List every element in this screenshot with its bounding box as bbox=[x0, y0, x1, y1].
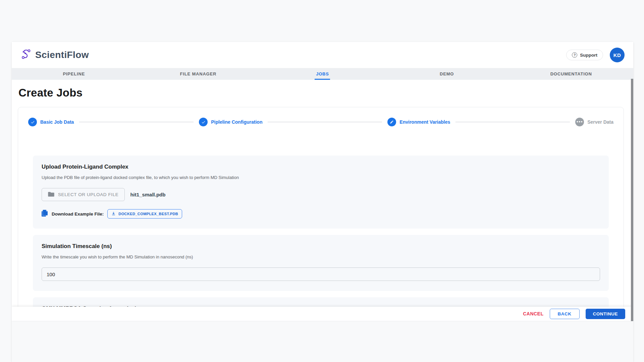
app-header: ScientiFlow ? Support KD bbox=[12, 42, 633, 68]
download-row: Download Example File: DOCKED_COMPLEX_BE… bbox=[42, 209, 600, 219]
step-label: Environment Variables bbox=[399, 119, 450, 125]
step-label: Basic Job Data bbox=[40, 119, 74, 125]
select-or-upload-file-button[interactable]: SELECT OR UPLOAD FILE bbox=[42, 188, 125, 201]
simulation-timescale-section: Simulation Timescale (ns) Write the time… bbox=[33, 235, 609, 291]
step-pipeline-configuration[interactable]: Pipleline Configuration bbox=[199, 118, 262, 126]
check-icon bbox=[199, 118, 208, 126]
nav-tab-documentation[interactable]: DOCUMENTATION bbox=[509, 68, 633, 80]
page-title: Create Jobs bbox=[18, 86, 633, 99]
nav-tab-jobs[interactable]: JOBS bbox=[260, 68, 385, 80]
step-server-data[interactable]: ●●● Server Data bbox=[575, 118, 613, 126]
step-label: Pipleline Configuration bbox=[211, 119, 262, 125]
section-heading: Upload Protein-Ligand Complex bbox=[42, 164, 600, 170]
pencil-icon bbox=[387, 118, 396, 126]
step-basic-job-data[interactable]: Basic Job Data bbox=[28, 118, 74, 126]
header-right: ? Support KD bbox=[566, 48, 625, 62]
scrollbar-thumb[interactable] bbox=[631, 79, 633, 321]
check-icon bbox=[28, 118, 37, 126]
folder-icon bbox=[48, 191, 54, 198]
step-connector bbox=[455, 122, 570, 122]
upload-button-label: SELECT OR UPLOAD FILE bbox=[58, 192, 118, 197]
nav-tab-file-manager[interactable]: FILE MANAGER bbox=[136, 68, 261, 80]
step-connector bbox=[268, 122, 382, 122]
upload-complex-section: Upload Protein-Ligand Complex Upload the… bbox=[33, 156, 609, 229]
step-label: Server Data bbox=[587, 119, 613, 125]
avatar[interactable]: KD bbox=[610, 48, 625, 62]
main-navbar: PIPELINE FILE MANAGER JOBS DEMO DOCUMENT… bbox=[12, 68, 633, 80]
brand-name: ScientiFlow bbox=[35, 50, 89, 60]
uploaded-file-name: hit1_small.pdb bbox=[130, 192, 165, 197]
brand: ScientiFlow bbox=[20, 48, 89, 62]
stepper: Basic Job Data Pipleline Configuration E… bbox=[18, 107, 624, 129]
section-description: Upload the PDB file of protein-ligand do… bbox=[42, 175, 600, 180]
upload-row: SELECT OR UPLOAD FILE hit1_small.pdb bbox=[42, 188, 600, 201]
app-window: ScientiFlow ? Support KD PIPELINE FILE M… bbox=[12, 42, 633, 362]
cancel-button[interactable]: CANCEL bbox=[523, 311, 543, 316]
step-environment-variables[interactable]: Environment Variables bbox=[387, 118, 450, 126]
nav-tab-demo[interactable]: DEMO bbox=[385, 68, 509, 80]
download-example-label: Download Example File: bbox=[52, 212, 104, 217]
footer-action-bar: CANCEL BACK CONTINUE bbox=[12, 307, 633, 321]
support-button[interactable]: ? Support bbox=[566, 50, 603, 60]
section-description: Write the timescale you wish to perform … bbox=[42, 254, 600, 259]
nav-tab-pipeline[interactable]: PIPELINE bbox=[12, 68, 136, 80]
step-connector bbox=[79, 122, 194, 122]
copy-file-icon bbox=[42, 210, 48, 218]
download-icon bbox=[111, 211, 116, 217]
example-file-name: DOCKED_COMPLEX_BEST.PDB bbox=[118, 212, 178, 216]
back-button[interactable]: BACK bbox=[550, 309, 580, 319]
continue-button[interactable]: CONTINUE bbox=[586, 309, 626, 319]
support-label: Support bbox=[580, 53, 597, 58]
scientiflow-logo-icon bbox=[20, 48, 32, 62]
help-icon: ? bbox=[572, 52, 577, 58]
section-heading: Simulation Timescale (ns) bbox=[42, 243, 600, 250]
example-file-download-chip[interactable]: DOCKED_COMPLEX_BEST.PDB bbox=[107, 209, 182, 219]
ellipsis-icon: ●●● bbox=[575, 118, 584, 126]
timescale-input[interactable] bbox=[42, 267, 600, 281]
window-bottom-area bbox=[12, 321, 633, 362]
